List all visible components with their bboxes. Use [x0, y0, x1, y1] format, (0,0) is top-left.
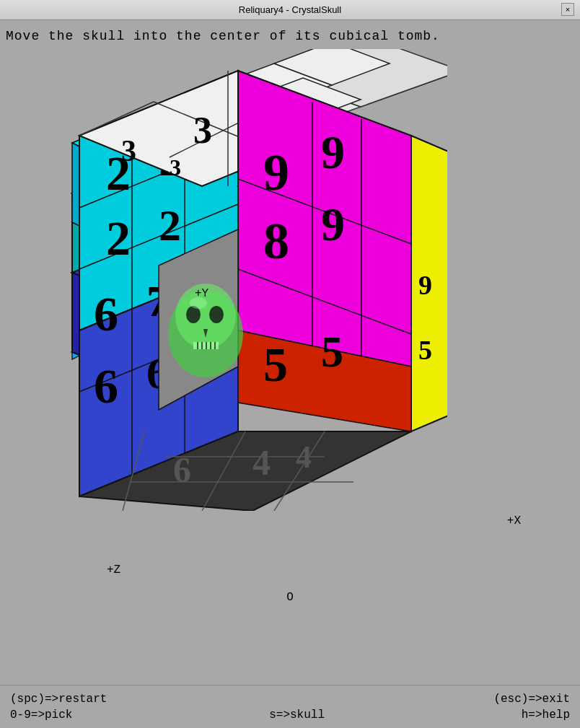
cube-visualization: 3 3 3 3 — [14, 49, 447, 511]
svg-text:2: 2 — [159, 201, 181, 250]
controls-row-2: 0-9=>pick s=>skull h=>help — [0, 707, 580, 723]
svg-text:9: 9 — [321, 126, 345, 178]
window-title: Reliquary4 - CrystalSkull — [239, 4, 341, 15]
svg-text:9: 9 — [418, 270, 432, 300]
close-button[interactable]: × — [561, 3, 574, 16]
y-axis-label: +Y — [195, 287, 208, 300]
exit-control[interactable]: (esc)=>exit — [493, 693, 570, 706]
svg-text:5: 5 — [263, 337, 288, 392]
instruction-text: Move the skull into the center of its cu… — [6, 29, 440, 43]
restart-control[interactable]: (spc)=>restart — [10, 693, 107, 706]
svg-text:6: 6 — [173, 449, 191, 490]
svg-text:3: 3 — [121, 134, 136, 167]
svg-text:9: 9 — [321, 198, 345, 250]
help-control[interactable]: h=>help — [522, 709, 570, 722]
controls-row-1: (spc)=>restart (esc)=>exit — [0, 691, 580, 707]
skull-control[interactable]: s=>skull — [269, 709, 325, 722]
o-axis-label: O — [286, 591, 294, 604]
svg-text:3: 3 — [170, 154, 181, 180]
svg-text:2: 2 — [106, 211, 131, 266]
z-axis-label: +Z — [107, 563, 120, 576]
svg-text:9: 9 — [263, 144, 289, 201]
svg-text:8: 8 — [263, 212, 289, 270]
game-area: Move the skull into the center of its cu… — [0, 20, 580, 728]
svg-text:5: 5 — [418, 335, 432, 365]
x-axis-label: +X — [507, 514, 521, 527]
svg-text:4: 4 — [252, 442, 271, 483]
pick-control[interactable]: 0-9=>pick — [10, 709, 72, 722]
controls-bar: (spc)=>restart (esc)=>exit 0-9=>pick s=>… — [0, 685, 580, 728]
svg-text:3: 3 — [193, 110, 212, 151]
svg-text:4: 4 — [296, 439, 312, 475]
svg-text:5: 5 — [321, 327, 343, 376]
svg-point-92 — [209, 306, 224, 323]
svg-text:6: 6 — [94, 286, 118, 341]
svg-text:6: 6 — [94, 359, 118, 413]
title-bar: Reliquary4 - CrystalSkull × — [0, 0, 580, 20]
